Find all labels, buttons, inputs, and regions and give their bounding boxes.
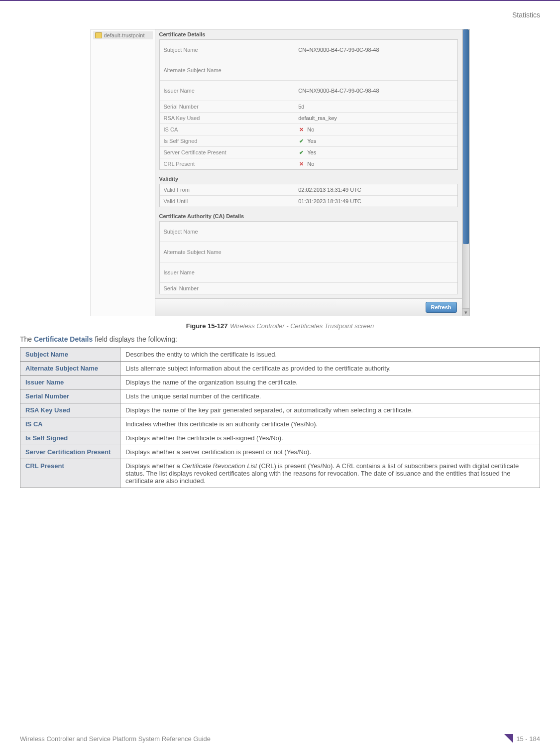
row-desc: Displays the name of the key pair genera… bbox=[120, 403, 540, 417]
intro-suffix: field displays the following: bbox=[93, 335, 177, 343]
scrollbar-thumb[interactable] bbox=[463, 29, 469, 244]
issuer-label: Issuer Name bbox=[160, 86, 295, 96]
valid-until-label: Valid Until bbox=[160, 196, 295, 206]
bottom-bar: Refresh bbox=[155, 298, 462, 316]
servercert-value: ✔ Yes bbox=[294, 147, 457, 157]
header-section: Statistics bbox=[20, 11, 540, 19]
figure-label: Figure 15-127 bbox=[186, 322, 228, 330]
issuer-value: CN=NX9000-B4-C7-99-0C-98-48 bbox=[294, 86, 457, 96]
sidebar: default-trustpoint bbox=[91, 29, 155, 316]
no-icon: ✕ bbox=[298, 126, 304, 132]
row-desc: Displays whether a Certificate Revocatio… bbox=[120, 459, 540, 488]
selfsigned-text: Yes bbox=[307, 138, 316, 144]
description-table: Subject Name Describes the entity to whi… bbox=[20, 347, 540, 488]
cert-details-title: Certificate Details bbox=[155, 29, 462, 37]
isca-label: IS CA bbox=[160, 125, 295, 134]
scrollbar-down[interactable]: ▾ bbox=[462, 308, 469, 316]
table-row: Is Self Signed Displays whether the cert… bbox=[20, 431, 540, 445]
figure-caption: Figure 15-127 Wireless Controller - Cert… bbox=[20, 321, 540, 330]
intro-bold: Certificate Details bbox=[34, 335, 93, 343]
table-row: Server Certification Present Displays wh… bbox=[20, 445, 540, 459]
crl-text: No bbox=[307, 161, 314, 167]
alt-subject-label: Alternate Subject Name bbox=[160, 65, 295, 75]
intro-text: The Certificate Details field displays t… bbox=[20, 335, 540, 343]
ca-issuer-value bbox=[294, 270, 457, 274]
isca-value: ✕ No bbox=[294, 125, 457, 134]
ca-details-title: Certificate Authority (CA) Details bbox=[155, 211, 462, 219]
footer-guide: Wireless Controller and Service Platform… bbox=[20, 735, 211, 743]
no-icon: ✕ bbox=[298, 161, 304, 167]
ca-serial-value bbox=[294, 286, 457, 290]
row-label: RSA Key Used bbox=[20, 403, 120, 417]
screenshot-panel: default-trustpoint Certificate Details S… bbox=[91, 29, 470, 316]
page-corner-icon bbox=[504, 734, 513, 743]
row-label: Serial Number bbox=[20, 389, 120, 403]
row-label: Alternate Subject Name bbox=[20, 362, 120, 376]
selfsigned-label: Is Self Signed bbox=[160, 136, 295, 146]
table-row: IS CA Indicates whether this certificate… bbox=[20, 417, 540, 431]
figure-desc: Wireless Controller - Certificates Trust… bbox=[230, 322, 374, 330]
rsa-label: RSA Key Used bbox=[160, 113, 295, 123]
table-row: Subject Name Describes the entity to whi… bbox=[20, 348, 540, 362]
serial-label: Serial Number bbox=[160, 102, 295, 112]
footer: Wireless Controller and Service Platform… bbox=[20, 734, 540, 743]
cert-details-section: Subject Name CN=NX9000-B4-C7-99-0C-98-48… bbox=[159, 39, 458, 170]
yes-icon: ✔ bbox=[298, 138, 304, 144]
table-row: Alternate Subject Name Lists alternate s… bbox=[20, 362, 540, 376]
servercert-label: Server Certificate Present bbox=[160, 147, 295, 157]
table-row: CRL Present Displays whether a Certifica… bbox=[20, 459, 540, 488]
intro-prefix: The bbox=[20, 335, 34, 343]
crl-label: CRL Present bbox=[160, 159, 295, 169]
alt-subject-value bbox=[294, 68, 457, 72]
row-desc: Lists the unique serial number of the ce… bbox=[120, 389, 540, 403]
row-label: IS CA bbox=[20, 417, 120, 431]
valid-until-value: 01:31:2023 18:31:49 UTC bbox=[294, 196, 457, 206]
row-label: Is Self Signed bbox=[20, 431, 120, 445]
subject-name-value: CN=NX9000-B4-C7-99-0C-98-48 bbox=[294, 45, 457, 55]
crl-value: ✕ No bbox=[294, 159, 457, 169]
row-desc: Displays whether the certificate is self… bbox=[120, 431, 540, 445]
row-label: Server Certification Present bbox=[20, 445, 120, 459]
footer-page: 15 - 184 bbox=[504, 734, 540, 743]
valid-from-value: 02:02:2013 18:31:49 UTC bbox=[294, 185, 457, 195]
ca-subject-value bbox=[294, 230, 457, 234]
page-number: 15 - 184 bbox=[516, 735, 540, 743]
table-row: RSA Key Used Displays the name of the ke… bbox=[20, 403, 540, 417]
yes-icon: ✔ bbox=[298, 149, 304, 155]
serial-value: 5d bbox=[294, 102, 457, 112]
ca-subject-label: Subject Name bbox=[160, 227, 295, 237]
row-desc: Describes the entity to which the certif… bbox=[120, 348, 540, 362]
scrollbar[interactable]: ▾ bbox=[462, 29, 469, 316]
ca-alt-subject-value bbox=[294, 250, 457, 254]
row-label: Issuer Name bbox=[20, 376, 120, 389]
sidebar-item-trustpoint[interactable]: default-trustpoint bbox=[93, 31, 153, 39]
sidebar-item-label: default-trustpoint bbox=[104, 32, 145, 38]
validity-section: Valid From 02:02:2013 18:31:49 UTC Valid… bbox=[159, 184, 458, 207]
main-panel: Certificate Details Subject Name CN=NX90… bbox=[155, 29, 462, 316]
refresh-button[interactable]: Refresh bbox=[426, 302, 457, 313]
row-label: CRL Present bbox=[20, 459, 120, 488]
row-label: Subject Name bbox=[20, 348, 120, 362]
row-desc: Lists alternate subject information abou… bbox=[120, 362, 540, 376]
validity-title: Validity bbox=[155, 174, 462, 182]
ca-serial-label: Serial Number bbox=[160, 283, 295, 293]
table-row: Issuer Name Displays the name of the org… bbox=[20, 376, 540, 389]
isca-text: No bbox=[307, 126, 314, 132]
rsa-value: default_rsa_key bbox=[294, 113, 457, 123]
valid-from-label: Valid From bbox=[160, 185, 295, 195]
ca-alt-subject-label: Alternate Subject Name bbox=[160, 247, 295, 257]
selfsigned-value: ✔ Yes bbox=[294, 136, 457, 146]
row-desc: Displays the name of the organization is… bbox=[120, 376, 540, 389]
row-desc: Displays whether a server certification … bbox=[120, 445, 540, 459]
servercert-text: Yes bbox=[307, 149, 316, 155]
ca-details-section: Subject Name Alternate Subject Name Issu… bbox=[159, 221, 458, 294]
table-row: Serial Number Lists the unique serial nu… bbox=[20, 389, 540, 403]
folder-icon bbox=[95, 32, 102, 38]
row-desc: Indicates whether this certificate is an… bbox=[120, 417, 540, 431]
subject-name-label: Subject Name bbox=[160, 45, 295, 55]
ca-issuer-label: Issuer Name bbox=[160, 267, 295, 277]
